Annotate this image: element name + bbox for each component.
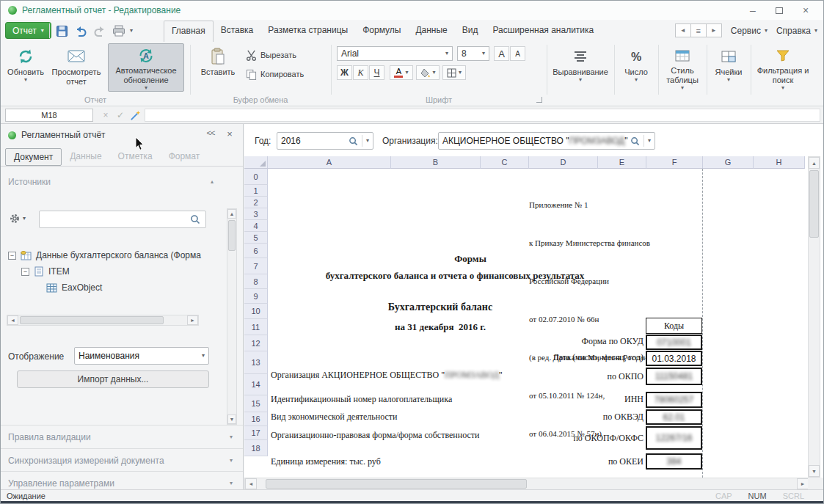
tab-analitika[interactable]: Расширенная аналитика: [485, 21, 601, 42]
column-header[interactable]: E: [598, 156, 646, 169]
formula-input[interactable]: [145, 109, 820, 122]
row-header[interactable]: 0: [244, 169, 268, 185]
grow-font-button[interactable]: A: [494, 46, 509, 61]
font-color-button[interactable]: А ▾: [390, 65, 413, 80]
select-all-corner[interactable]: [244, 156, 268, 169]
close-button[interactable]: ×: [792, 2, 819, 18]
refresh-button[interactable]: Обновить ▾: [5, 43, 46, 92]
row-header[interactable]: 18: [244, 440, 268, 456]
panel-vscrollbar[interactable]: ▲ ▼: [227, 208, 237, 425]
ribbon-nav-left-button[interactable]: ◄: [675, 23, 691, 37]
scroll-down-button[interactable]: ▼: [809, 465, 820, 477]
display-combo[interactable]: Наименования ▾: [74, 347, 209, 365]
font-size-combo[interactable]: 8 ▾: [457, 46, 489, 61]
italic-button[interactable]: К: [353, 65, 368, 80]
borders-button[interactable]: ▾: [442, 65, 466, 80]
print-button[interactable]: [111, 23, 127, 38]
scrollbar-thumb[interactable]: [266, 479, 527, 489]
minimize-button[interactable]: –: [740, 2, 766, 18]
tab-dannye[interactable]: Данные: [408, 21, 454, 42]
cell-name-box[interactable]: M18: [5, 109, 93, 122]
service-menu[interactable]: Сервис ▾: [731, 26, 768, 36]
tree-collapse-icon[interactable]: −: [8, 252, 16, 260]
preview-report-button[interactable]: Просмотреть отчет: [48, 43, 105, 92]
alignment-button[interactable]: Выравнивание ▾: [550, 43, 611, 92]
panel-collapse-button[interactable]: <<: [203, 128, 218, 137]
section-validation-rules[interactable]: Правила валидации ▾: [1, 425, 243, 448]
panel-tab-data[interactable]: Данные: [62, 148, 109, 166]
font-name-combo[interactable]: Arial ▾: [337, 46, 453, 61]
paste-button[interactable]: Вставить: [196, 43, 240, 92]
scroll-right-button[interactable]: ►: [187, 315, 198, 325]
ribbon-nav-right-button[interactable]: ►: [706, 23, 722, 37]
row-header[interactable]: 8: [244, 274, 268, 289]
shrink-font-button[interactable]: A: [510, 46, 525, 61]
row-header[interactable]: 17: [244, 426, 268, 440]
row-header[interactable]: 9: [244, 289, 268, 304]
section-dimension-sync[interactable]: Синхронизация измерений документа ▾: [1, 448, 243, 471]
tab-formuly[interactable]: Формулы: [355, 21, 408, 42]
panel-tab-document[interactable]: Документ: [5, 148, 62, 166]
section-parameter-management[interactable]: Управление параметрами ▾: [1, 471, 243, 489]
scrollbar-thumb[interactable]: [809, 170, 819, 238]
maximize-button[interactable]: [766, 2, 792, 18]
row-header[interactable]: 4: [244, 220, 268, 232]
tab-glavnaya[interactable]: Главная: [164, 21, 214, 42]
tree-hscrollbar[interactable]: ◄ ►: [7, 315, 199, 326]
scroll-up-button[interactable]: ▲: [227, 209, 236, 219]
column-header[interactable]: A: [268, 156, 391, 169]
auto-update-button[interactable]: A Автоматическое обновление ▾: [108, 43, 184, 92]
tree-collapse-icon[interactable]: −: [21, 268, 29, 276]
sheet-vscrollbar[interactable]: ▲ ▼: [808, 156, 820, 478]
undo-button[interactable]: [73, 23, 89, 38]
formula-wizard-button[interactable]: [128, 109, 142, 122]
row-header[interactable]: 12: [244, 335, 268, 351]
column-header[interactable]: D: [529, 156, 598, 169]
redo-button[interactable]: [92, 23, 108, 38]
import-data-button[interactable]: Импорт данных...: [17, 370, 209, 388]
row-header[interactable]: 13: [244, 351, 268, 374]
row-header[interactable]: 2: [244, 197, 268, 208]
tree-item-balance-data[interactable]: − Данные бухгалтерского баланса (Форма: [8, 250, 212, 260]
formula-cancel-button[interactable]: ×: [99, 109, 112, 122]
column-header[interactable]: B: [391, 156, 481, 169]
row-header[interactable]: 5: [244, 232, 268, 244]
row-header[interactable]: 7: [244, 258, 268, 274]
organization-combo[interactable]: АКЦИОНЕРНОЕ ОБЩЕСТВО "ПРОМЗАВОД" ▾: [438, 132, 655, 150]
scroll-left-button[interactable]: ◄: [245, 478, 257, 489]
panel-tab-format[interactable]: Формат: [161, 148, 208, 166]
scrollbar-thumb[interactable]: [228, 220, 236, 251]
filter-search-button[interactable]: Фильтрация и поиск ▾: [754, 43, 812, 92]
cells-button[interactable]: Ячейки ▾: [710, 43, 748, 92]
tab-vstavka[interactable]: Вставка: [214, 21, 261, 42]
row-header[interactable]: 16: [244, 412, 268, 426]
column-header[interactable]: G: [703, 156, 754, 169]
column-header[interactable]: C: [481, 156, 529, 169]
sources-search-input[interactable]: [39, 211, 206, 228]
print-dropdown[interactable]: ▾: [127, 23, 136, 38]
column-header[interactable]: H: [754, 156, 805, 169]
copy-button[interactable]: Копировать: [246, 67, 304, 81]
table-style-button[interactable]: Стиль таблицы ▾: [661, 43, 704, 92]
save-button[interactable]: [54, 23, 70, 38]
scroll-left-button[interactable]: ◄: [7, 315, 18, 325]
tab-razmetka[interactable]: Разметка страницы: [260, 21, 355, 42]
formula-enter-button[interactable]: ✓: [114, 109, 127, 122]
fill-color-button[interactable]: ▾: [416, 65, 440, 80]
collapse-arrow-icon[interactable]: ▴: [211, 178, 214, 185]
report-menu-button[interactable]: Отчет ▾: [5, 22, 51, 39]
year-combo[interactable]: 2016 ▾: [277, 132, 373, 150]
row-header[interactable]: 10: [244, 304, 268, 319]
column-header[interactable]: F: [646, 156, 703, 169]
row-header[interactable]: 6: [244, 244, 268, 258]
scroll-right-button[interactable]: ►: [797, 478, 809, 489]
sheet-hscrollbar[interactable]: ◄ ►: [244, 478, 809, 490]
scroll-down-button[interactable]: ▼: [227, 414, 236, 424]
row-header[interactable]: 11: [244, 319, 268, 335]
sources-section-header[interactable]: Источники: [8, 177, 51, 187]
ribbon-list-button[interactable]: ≡: [690, 23, 707, 37]
sources-settings-button[interactable]: ▾: [10, 213, 26, 224]
help-menu[interactable]: Справка ▾: [776, 26, 817, 36]
underline-button[interactable]: Ч: [369, 65, 384, 80]
font-dialog-launcher[interactable]: [536, 97, 542, 103]
